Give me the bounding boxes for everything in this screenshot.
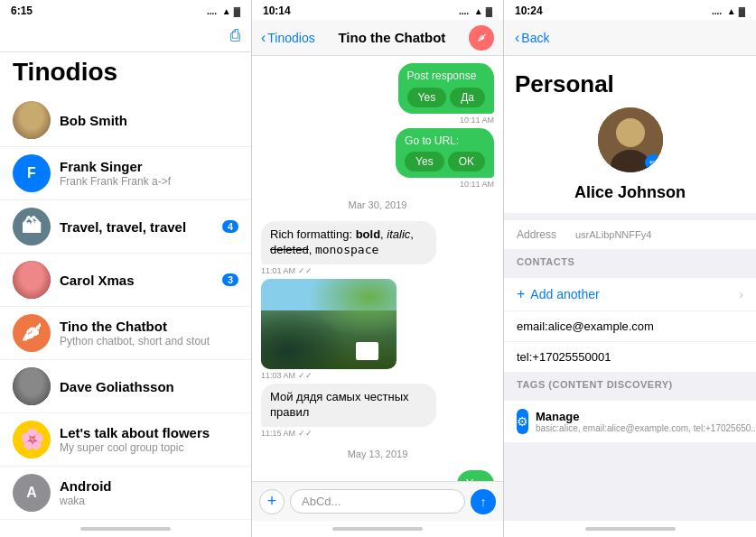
avatar-frank: F xyxy=(13,154,51,192)
back-chevron-2: ‹ xyxy=(261,30,266,46)
avatar-tino: 🌶 xyxy=(13,314,51,352)
yes-button-1[interactable]: Yes xyxy=(407,88,447,107)
date-sep-2: May 13, 2019 xyxy=(261,449,494,459)
msg-bubble-post-response: Post response Yes Да xyxy=(398,63,494,114)
chat-name-flowers: Let's talk about flowers xyxy=(60,425,238,440)
signal-icon-3: .... xyxy=(712,6,724,16)
back-label-2: Tinodios xyxy=(267,31,314,45)
msg-group-russian: Мой дядя самых честных правил 11:15 AM ✓… xyxy=(261,384,494,438)
chat-name-carol: Carol Xmas xyxy=(60,273,219,288)
chat-info-carol: Carol Xmas xyxy=(60,273,219,288)
send-button[interactable]: ↑ xyxy=(471,489,496,514)
nav-bar-2: ‹ Tinodios Tino the Chatbot 🌶 xyxy=(252,20,503,56)
chat-info-frank: Frank Singer Frank Frank Frank a->f xyxy=(60,159,238,188)
ok-button[interactable]: OK xyxy=(448,152,485,171)
chat-item-carol[interactable]: Carol Xmas 3 xyxy=(0,254,251,307)
avatar-travel: 🏔 xyxy=(13,208,51,245)
chat-name-dave: Dave Goliathsson xyxy=(60,379,238,394)
nav-bar-3: ‹ Back xyxy=(504,20,756,56)
msg-group-yes: Yes 5:22 PM ✓✓ xyxy=(261,470,494,481)
msg-bubble-rich: Rich formatting: bold, italic, deleted, … xyxy=(261,221,436,264)
chat-name-travel: Travel, travel, travel xyxy=(60,219,219,235)
avatar-carol xyxy=(13,261,51,299)
home-bar-1 xyxy=(80,527,171,531)
status-icons-1: .... ▲ ▓ xyxy=(207,6,240,16)
time-3: 10:24 xyxy=(515,5,543,17)
manage-title: Manage xyxy=(536,410,756,423)
contact-avatar-large: ✏ xyxy=(598,107,663,172)
chat-info-tino: Tino the Chatbot Python chatbot, short a… xyxy=(60,319,238,347)
edit-avatar-button[interactable]: ✏ xyxy=(645,154,661,171)
compose-icon[interactable]: ⎙ xyxy=(230,26,240,45)
chat-item-bob[interactable]: Bob Smith xyxy=(0,94,251,147)
status-bar-3: 10:24 .... ▲ ▓ xyxy=(504,0,756,20)
messages-area: Post response Yes Да 10:11 AM Go to URL:… xyxy=(252,56,503,481)
status-bar-1: 6:15 .... ▲ ▓ xyxy=(0,0,251,20)
signal-icon-2: .... xyxy=(459,6,471,16)
phone-value: tel:+17025550001 xyxy=(517,350,743,364)
post-response-btns: Yes Да xyxy=(407,88,485,107)
email-value: email:alice@example.com xyxy=(517,319,743,333)
msg-group-post-response: Post response Yes Да 10:11 AM xyxy=(261,63,494,125)
da-button[interactable]: Да xyxy=(450,88,485,107)
msg-group-rich: Rich formatting: bold, italic, deleted, … xyxy=(261,221,494,275)
back-button-3[interactable]: ‹ Back xyxy=(515,30,549,46)
avatar-android: A xyxy=(13,474,51,512)
msg-time-5: 11:15 AM ✓✓ xyxy=(261,429,313,438)
chat-avatar-2[interactable]: 🌶 xyxy=(469,25,494,51)
date-sep-1: Mar 30, 2019 xyxy=(261,199,494,210)
chat-item-travel[interactable]: 🏔 Travel, travel, travel 4 xyxy=(0,200,251,254)
nav-bar-1: ⎙ xyxy=(0,20,251,52)
battery-icon-2: ▓ xyxy=(486,6,492,16)
add-button[interactable]: + xyxy=(259,489,285,514)
chat-list-title: Tinodios xyxy=(0,52,251,94)
chat-info-dave: Dave Goliathsson xyxy=(60,379,238,394)
back-button-2[interactable]: ‹ Tinodios xyxy=(261,30,315,46)
home-indicator-3 xyxy=(504,521,756,537)
chat-item-tino[interactable]: 🌶 Tino the Chatbot Python chatbot, short… xyxy=(0,307,251,360)
msg-image xyxy=(261,279,397,369)
contact-email-row[interactable]: email:alice@example.com xyxy=(504,311,756,342)
goto-text: Go to URL: xyxy=(405,134,485,149)
avatar-flowers: 🌸 xyxy=(13,421,51,458)
wifi-icon-2: ▲ xyxy=(474,6,483,16)
msg-time-3: 11:01 AM ✓✓ xyxy=(261,266,313,275)
status-bar-2: 10:14 .... ▲ ▓ xyxy=(252,0,503,20)
chat-item-dave[interactable]: Dave Goliathsson xyxy=(0,360,251,413)
chat-item-flowers[interactable]: 🌸 Let's talk about flowers My super cool… xyxy=(0,413,251,467)
input-bar: + AbCd... ↑ xyxy=(252,481,503,521)
tags-section-header: TAGS (CONTENT DISCOVERY) xyxy=(504,372,756,393)
contacts-section-header: CONTACTS xyxy=(504,249,756,271)
home-indicator-2 xyxy=(252,521,503,537)
home-indicator-1 xyxy=(0,521,251,537)
msg-group-image: 11:03 AM ✓✓ xyxy=(261,279,494,380)
contact-area: Personal ✏ Alice Johnson xyxy=(504,56,756,521)
manage-icon: ⚙ xyxy=(517,409,528,434)
manage-info: Manage basic:alice, email:alice@example.… xyxy=(536,410,756,433)
svg-point-1 xyxy=(616,118,645,147)
contact-hero: Personal ✏ Alice Johnson xyxy=(504,56,756,213)
manage-row[interactable]: ⚙ Manage basic:alice, email:alice@exampl… xyxy=(504,401,756,442)
signal-icon: .... xyxy=(207,6,219,16)
add-another-btn[interactable]: + Add another › xyxy=(504,278,756,311)
chat-list: Bob Smith F Frank Singer Frank Frank Fra… xyxy=(0,94,251,521)
home-bar-3 xyxy=(585,527,676,531)
chat-item-frank[interactable]: F Frank Singer Frank Frank Frank a->f xyxy=(0,147,251,200)
chat-preview-frank: Frank Frank Frank a->f xyxy=(60,175,238,188)
avatar-dave xyxy=(13,367,51,405)
contact-phone-row[interactable]: tel:+17025550001 xyxy=(504,342,756,372)
chat-info-travel: Travel, travel, travel xyxy=(60,219,219,235)
chat-name-frank: Frank Singer xyxy=(60,159,238,174)
add-another-label: Add another xyxy=(530,287,599,301)
chat-preview-tino: Python chatbot, short and stout xyxy=(60,335,238,347)
chat-info-bob: Bob Smith xyxy=(60,113,238,128)
chat-item-android[interactable]: A Android waka xyxy=(0,467,251,520)
address-label: Address xyxy=(517,228,575,241)
msg-time-4: 11:03 AM ✓✓ xyxy=(261,371,313,380)
text-input[interactable]: AbCd... xyxy=(290,489,465,514)
yes-button-2[interactable]: Yes xyxy=(405,152,444,171)
msg-time-1: 10:11 AM xyxy=(460,116,494,125)
post-response-text: Post response xyxy=(407,69,485,84)
badge-travel: 4 xyxy=(222,220,238,233)
msg-time-2: 10:11 AM xyxy=(460,180,494,189)
